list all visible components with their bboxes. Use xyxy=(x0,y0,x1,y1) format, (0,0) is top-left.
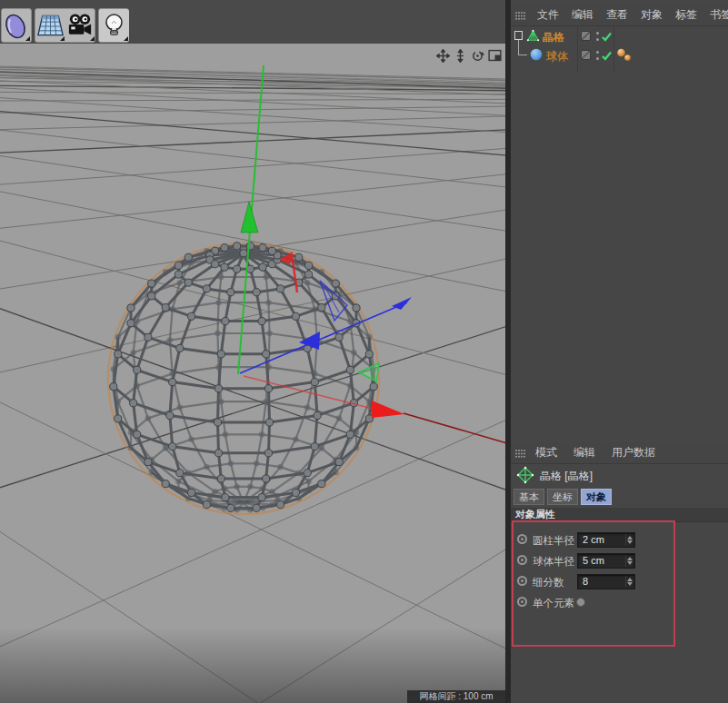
toolbar-group-2 xyxy=(35,8,95,43)
object-label-lattice[interactable]: 晶格 xyxy=(543,30,564,45)
enabled-checkmark-icon[interactable] xyxy=(601,50,613,62)
object-manager-tree: 晶格 球体 xyxy=(511,27,728,65)
enabled-checkmark-icon[interactable] xyxy=(601,31,613,43)
keyframe-circle[interactable] xyxy=(517,534,527,544)
attribute-object-header: 晶格 [晶格] xyxy=(511,463,728,487)
viewport-toggle-panel-button[interactable] xyxy=(487,48,503,63)
om-menu-3[interactable]: 对象 xyxy=(634,7,669,23)
viewport-canvas[interactable]: 网格间距 : 100 cm xyxy=(0,44,507,703)
editor-visibility-dot[interactable] xyxy=(596,51,599,54)
sphere-radius-spinner[interactable] xyxy=(625,555,633,567)
attribute-manager-menubar: 模式编辑用户数据 xyxy=(511,442,728,464)
object-label-sphere[interactable]: 球体 xyxy=(546,49,568,64)
cylinder-radius-spinner[interactable] xyxy=(625,534,633,546)
om-menu-4[interactable]: 标签 xyxy=(669,7,703,23)
keyframe-circle[interactable] xyxy=(517,555,527,565)
subdivision-label: 细分数 xyxy=(533,576,564,589)
toolbar-group-3 xyxy=(98,8,129,43)
sphere-radius-label: 球体半径 xyxy=(533,555,574,569)
cinema4d-window: 网格间距 : 100 cm 文件编辑查看对象标签书签 晶格 球体 xyxy=(0,0,728,703)
object-row-lattice[interactable]: 晶格 xyxy=(511,27,728,46)
right-panel: 文件编辑查看对象标签书签 晶格 球体 模式编辑用户数据 晶格 [晶 xyxy=(511,0,728,703)
lattice-icon xyxy=(516,466,534,484)
om-column-separator xyxy=(613,25,614,73)
rotate-icon xyxy=(471,49,484,63)
editor-visibility-dot[interactable] xyxy=(596,32,599,35)
floor-button[interactable] xyxy=(35,9,65,42)
expand-toggle[interactable] xyxy=(514,31,523,40)
om-menu-5[interactable]: 书签 xyxy=(703,7,728,23)
keyframe-circle[interactable] xyxy=(517,597,527,607)
lattice-object-icon xyxy=(526,29,540,46)
property-row-cylinder-radius: 圆柱半径 2 cm xyxy=(511,532,728,551)
toolbar-group-1 xyxy=(1,8,32,43)
sphere-object-icon xyxy=(530,48,543,64)
light-icon xyxy=(99,10,129,41)
om-menu-0[interactable]: 文件 xyxy=(531,7,565,23)
om-column-separator xyxy=(577,25,578,73)
property-row-subdivision: 细分数 8 xyxy=(511,574,728,593)
camera-button[interactable] xyxy=(65,9,95,42)
am-menu-1[interactable]: 编辑 xyxy=(565,445,603,460)
cylinder-radius-field[interactable]: 2 cm xyxy=(577,532,635,548)
maximize-view-icon xyxy=(488,49,502,62)
sphere-radius-field[interactable]: 5 cm xyxy=(577,553,635,569)
sphere-icon xyxy=(530,48,543,61)
section-header-object-properties[interactable]: 对象属性 xyxy=(511,508,728,522)
viewport-dolly-zoom-button[interactable] xyxy=(453,48,468,63)
cylinder-radius-label: 圆柱半径 xyxy=(533,534,574,548)
viewport-orbit-button[interactable] xyxy=(470,48,485,63)
subdivision-field[interactable]: 8 xyxy=(577,574,635,589)
single-elements-label: 单个元素 xyxy=(533,597,574,610)
drag-grip-icon[interactable] xyxy=(514,11,526,24)
tree-connector xyxy=(518,43,527,55)
subdivision-spinner[interactable] xyxy=(625,576,633,588)
environment-object-button[interactable] xyxy=(2,9,31,42)
object-row-sphere[interactable]: 球体 xyxy=(511,46,728,65)
pan-icon xyxy=(436,49,450,63)
floor-icon xyxy=(35,11,65,40)
light-button[interactable] xyxy=(99,9,129,42)
attribute-object-title: 晶格 [晶格] xyxy=(540,469,593,484)
tab-basic[interactable]: 基本 xyxy=(514,489,544,505)
property-row-single-elements: 单个元素 xyxy=(511,595,728,614)
layer-swatch[interactable] xyxy=(581,31,591,41)
layer-swatch[interactable] xyxy=(581,50,591,60)
tab-coordinates[interactable]: 坐标 xyxy=(547,489,578,505)
viewport-pan-button[interactable] xyxy=(435,48,451,63)
environment-object-icon xyxy=(3,10,30,41)
camera-icon xyxy=(65,11,95,40)
viewport-3d-scene[interactable] xyxy=(0,44,507,703)
lattice-object-icon xyxy=(516,466,534,488)
top-toolbar xyxy=(0,0,507,44)
zoom-icon xyxy=(454,49,466,63)
keyframe-circle[interactable] xyxy=(517,576,527,586)
viewport-nav-icons xyxy=(435,48,503,63)
phong-tag-icon[interactable] xyxy=(616,48,633,63)
single-elements-checkbox[interactable] xyxy=(576,598,585,607)
lattice-icon xyxy=(526,29,540,43)
object-manager-menubar: 文件编辑查看对象标签书签 xyxy=(511,5,728,26)
grid-spacing-status: 网格间距 : 100 cm xyxy=(407,690,505,703)
am-menu-0[interactable]: 模式 xyxy=(527,445,565,460)
tab-object[interactable]: 对象 xyxy=(581,489,612,505)
render-visibility-dot[interactable] xyxy=(596,38,599,41)
om-menu-1[interactable]: 编辑 xyxy=(565,7,600,23)
render-visibility-dot[interactable] xyxy=(596,57,599,60)
am-menu-2[interactable]: 用户数据 xyxy=(603,445,663,460)
drag-grip-icon[interactable] xyxy=(514,449,526,461)
property-row-sphere-radius: 球体半径 5 cm xyxy=(511,553,728,572)
attribute-tabs: 基本坐标对象 xyxy=(514,489,612,505)
om-menu-2[interactable]: 查看 xyxy=(600,7,634,23)
